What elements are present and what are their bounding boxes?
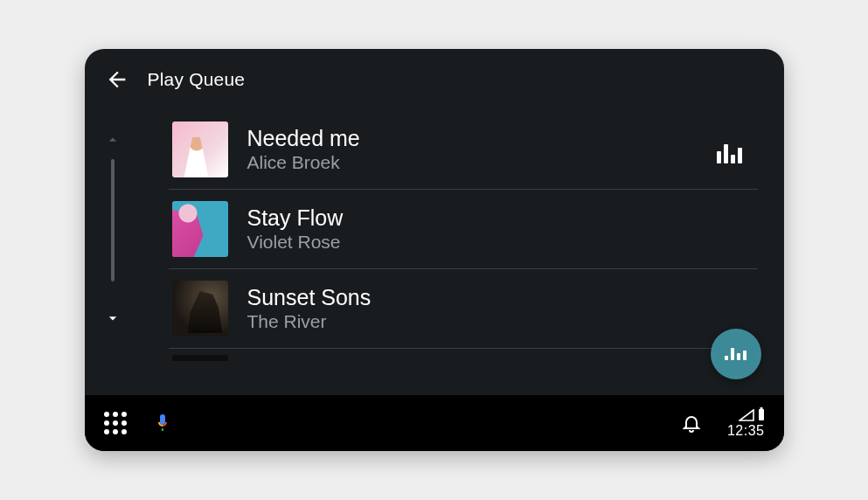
album-art (172, 201, 228, 257)
car-media-screen: Play Queue Needed me Alice Br (85, 49, 784, 451)
track-artist: Violet Rose (247, 232, 754, 253)
queue-row[interactable]: Sunset Sons The River (169, 269, 758, 349)
track-title: Stay Flow (247, 205, 754, 231)
back-button[interactable] (102, 65, 132, 94)
system-navbar: 12:35 (85, 395, 784, 451)
status-area: 12:35 (727, 407, 765, 439)
scroll-controls (92, 101, 134, 395)
mic-icon (152, 413, 173, 434)
equalizer-icon (725, 348, 746, 360)
queue-list: Needed me Alice Broek Stay Flow Violet R… (134, 101, 784, 395)
album-art (172, 355, 228, 361)
track-title: Needed me (247, 126, 697, 151)
chevron-down-icon (104, 309, 122, 327)
track-meta: Needed me Alice Broek (247, 126, 697, 174)
scroll-down-button[interactable] (102, 308, 123, 329)
track-meta: Stay Flow Violet Rose (247, 205, 754, 253)
queue-row[interactable]: Needed me Alice Broek (169, 110, 758, 190)
svg-rect-0 (759, 409, 764, 420)
scrollbar-track[interactable] (111, 159, 115, 281)
header-bar: Play Queue (85, 49, 784, 101)
track-meta: Sunset Sons The River (247, 285, 754, 333)
scroll-up-button[interactable] (102, 129, 123, 150)
svg-rect-1 (760, 407, 762, 409)
notifications-button[interactable] (680, 412, 703, 434)
bell-icon (681, 413, 702, 434)
track-title: Sunset Sons (247, 285, 754, 310)
chevron-up-icon (104, 131, 122, 149)
apps-button[interactable] (104, 412, 127, 434)
equalizer-icon (716, 135, 744, 163)
arrow-back-icon (105, 67, 129, 92)
queue-row[interactable]: Stay Flow Violet Rose (169, 190, 758, 269)
content-area: Needed me Alice Broek Stay Flow Violet R… (85, 101, 784, 395)
now-playing-fab[interactable] (711, 329, 761, 379)
album-art (172, 281, 228, 337)
signal-icon (739, 409, 754, 421)
clock: 12:35 (727, 423, 765, 439)
queue-row-partial[interactable] (169, 349, 758, 361)
album-art (172, 122, 228, 177)
track-artist: The River (247, 311, 754, 332)
voice-assistant-button[interactable] (151, 412, 174, 434)
track-artist: Alice Broek (247, 152, 697, 173)
page-title: Play Queue (148, 69, 246, 90)
battery-icon (758, 407, 765, 421)
status-icons (739, 407, 765, 421)
